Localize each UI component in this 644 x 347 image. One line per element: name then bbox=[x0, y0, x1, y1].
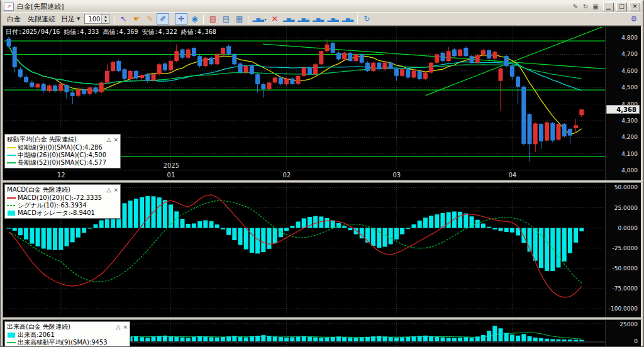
symbol-label: 白金 bbox=[4, 14, 24, 24]
cascade-windows-icon[interactable]: ▣ bbox=[591, 3, 601, 11]
legend-close-button[interactable]: × bbox=[123, 324, 128, 330]
volume-axis-tick: 0 bbox=[634, 338, 638, 344]
pencil-icon[interactable]: ✎ bbox=[570, 3, 580, 11]
legend-title-row: MACD(白金 先限連続)△× bbox=[7, 185, 118, 194]
legend-title: 移動平均(白金 先限連続) bbox=[7, 135, 104, 144]
legend-swatch-dash-icon bbox=[7, 203, 16, 208]
legend-item: 中期線(26)(0)(SMA)(C):4,500 bbox=[7, 151, 118, 159]
zoom-circle-icon: ◉ bbox=[191, 14, 197, 23]
legend-item: 出来高移動平均(9)(SMA):9453 bbox=[7, 339, 128, 346]
legend-close-button[interactable]: × bbox=[113, 187, 118, 193]
price-axis-tick: 4,800 bbox=[621, 35, 638, 41]
grid-3x3-icon[interactable]: ▦ bbox=[233, 13, 245, 25]
titlebar[interactable]: ↗ 白金[先限連続] ✎↻▣ ▁ □ ✕ bbox=[3, 1, 641, 12]
macd-axis-tick: -25.0000 bbox=[613, 245, 638, 251]
period-dropdown[interactable]: 日足 ▼ bbox=[59, 14, 82, 24]
macd-axis-tick: -50.0000 bbox=[613, 265, 638, 272]
reload-icon[interactable]: ↻ bbox=[360, 13, 373, 25]
price-axis: 4,8004,7004,6004,5004,4004,3004,2004,100… bbox=[605, 27, 640, 180]
stepper-buttons: ▲ ▼ bbox=[101, 14, 109, 23]
legend-item: MACDオシレータ:-8.9401 bbox=[7, 209, 118, 217]
legend-item: 出来高:2061 bbox=[7, 331, 128, 339]
legend-swatch-line-icon bbox=[7, 145, 16, 150]
legend-close-button[interactable]: × bbox=[113, 136, 118, 143]
legend-swatch-line-icon bbox=[7, 160, 16, 165]
crosshair-pointer-icon[interactable]: ✛ bbox=[175, 13, 187, 25]
zoom-circle-icon[interactable]: ◉ bbox=[188, 13, 201, 25]
remove-indicator-icon: ✕ bbox=[272, 14, 278, 23]
x-axis-month-label: 01 bbox=[167, 172, 175, 179]
toolbar: 白金 先限連続 日足 ▼ 100 ▲ ▼ ↖☛✎✐✛◉▧▤▦▂▅▃▾✕▂▅▃▂▅… bbox=[3, 12, 641, 26]
legend-item: シグナル(10):-63.3934 bbox=[7, 202, 118, 209]
x-axis-month-label: 04 bbox=[508, 172, 516, 179]
stepper-down-icon[interactable]: ▼ bbox=[102, 19, 109, 23]
select-cursor-icon[interactable]: ↖ bbox=[117, 13, 130, 25]
macd-axis-tick: -100.0000 bbox=[609, 306, 638, 312]
volume-axis-tick: 25000 bbox=[619, 321, 638, 328]
stepper-up-icon[interactable]: ▲ bbox=[102, 14, 109, 19]
price-panel: 2025 1201020304 4,8004,7004,6004,5004,40… bbox=[3, 26, 641, 181]
legend-item: 短期線(9)(0)(SMA)(C):4,286 bbox=[7, 144, 118, 151]
pencil-draw-icon[interactable]: ✎ bbox=[143, 13, 156, 25]
new-chart-window-icon: ▧ bbox=[209, 14, 216, 23]
legend-item-label: 出来高移動平均(9)(SMA):9453 bbox=[18, 339, 108, 346]
select-cursor-icon: ↖ bbox=[120, 14, 126, 23]
remove-indicator-icon[interactable]: ✕ bbox=[269, 13, 281, 25]
legend-collapse-button[interactable]: △ bbox=[107, 187, 111, 193]
pan-hand-icon: ☛ bbox=[133, 14, 140, 23]
new-chart-window-icon[interactable]: ▧ bbox=[206, 13, 219, 25]
chart-type-icon[interactable]: ▂▅▃▾ bbox=[251, 13, 267, 25]
x-axis-month-label: 03 bbox=[392, 172, 401, 179]
chevron-down-icon: ▼ bbox=[77, 16, 80, 21]
crosshair-pointer-icon: ✛ bbox=[178, 14, 184, 23]
ohlc-info-bar: 日付:2025/04/16 始値:4,333 高値:4,369 安値:4,322… bbox=[6, 28, 216, 36]
chart-type-icon: ▂▅▃ bbox=[252, 16, 264, 22]
toolbar-separator bbox=[248, 14, 248, 24]
legend-swatch-line-icon bbox=[7, 340, 16, 345]
indicator-preset-1-icon[interactable]: ▂▅▃ bbox=[282, 13, 296, 25]
close-button[interactable]: ✕ bbox=[630, 3, 640, 11]
indicator-preset-3-icon: ▂▅▃ bbox=[313, 16, 324, 22]
legend-title: MACD(白金 先限連続) bbox=[7, 185, 104, 194]
indicator-preset-2-icon: ▂▅▃ bbox=[297, 16, 309, 22]
pan-hand-icon[interactable]: ☛ bbox=[130, 13, 143, 25]
legend-item-label: 短期線(9)(0)(SMA)(C):4,286 bbox=[18, 144, 103, 151]
macd-legend: MACD(白金 先限連続)△×MACD(10)(20)(C):-72.3335シ… bbox=[4, 184, 121, 219]
macd-axis-tick: 0.0000 bbox=[618, 225, 638, 231]
indicator-preset-5-icon[interactable]: ▂▅▃ bbox=[341, 13, 355, 25]
price-axis-tick: 4,100 bbox=[621, 151, 638, 157]
legend-title-row: 移動平均(白金 先限連続)△× bbox=[7, 135, 118, 144]
maximize-button[interactable]: □ bbox=[616, 3, 627, 11]
legend-item-label: 長期線(52)(0)(SMA)(C):4,577 bbox=[18, 159, 106, 167]
macd-axis: 50.000025.00000.0000-25.0000-50.0000-75.… bbox=[605, 184, 640, 317]
rotate-icon[interactable]: ↻ bbox=[580, 3, 591, 11]
indicator-preset-2-icon[interactable]: ▂▅▃ bbox=[296, 13, 310, 25]
price-axis-tick: 4,000 bbox=[621, 167, 638, 174]
legend-title: 出来高(白金 先限連続) bbox=[7, 322, 114, 331]
chevron-down-icon: ▾ bbox=[265, 17, 267, 21]
indicator-preset-3-icon[interactable]: ▂▅▃ bbox=[311, 13, 325, 25]
toolbar-icon-group: ↖☛✎✐✛◉▧▤▦▂▅▃▾✕▂▅▃▂▅▃▂▅▃▂▅▃▂▅▃↻ bbox=[117, 13, 373, 25]
legend-item: 長期線(52)(0)(SMA)(C):4,577 bbox=[7, 159, 118, 167]
legend-swatch-line-icon bbox=[7, 196, 16, 201]
legend-item-label: 中期線(26)(0)(SMA)(C):4,500 bbox=[18, 151, 106, 159]
indicator-preset-4-icon[interactable]: ▂▅▃ bbox=[326, 13, 340, 25]
titlebar-icon-group: ✎↻▣ bbox=[570, 3, 601, 11]
contract-label: 先限連続 bbox=[25, 14, 58, 24]
volume-panel: 250000 出来高(白金 先限連続)△×出来高:2061出来高移動平均(9)(… bbox=[3, 319, 641, 347]
legend-collapse-button[interactable]: △ bbox=[116, 324, 121, 330]
line-draw-icon[interactable]: ✐ bbox=[157, 13, 169, 25]
toolbar-separator bbox=[114, 14, 114, 24]
legend-swatch-block-icon bbox=[7, 211, 16, 216]
legend-item: MACD(10)(20)(C):-72.3335 bbox=[7, 194, 118, 202]
app-chart-icon: ↗ bbox=[4, 3, 14, 11]
period-value: 日足 bbox=[61, 14, 75, 24]
legend-collapse-button[interactable]: △ bbox=[107, 136, 111, 143]
grid-2x2-icon[interactable]: ▤ bbox=[219, 13, 232, 25]
bar-count-stepper[interactable]: 100 ▲ ▼ bbox=[84, 14, 109, 24]
price-axis-tick: 4,600 bbox=[621, 68, 638, 74]
minimize-button[interactable]: ▁ bbox=[603, 3, 614, 11]
price-axis-tick: 4,700 bbox=[621, 51, 638, 57]
wrench-settings-icon[interactable]: ⚙ bbox=[628, 13, 640, 25]
x-axis-month-label: 02 bbox=[283, 172, 291, 179]
